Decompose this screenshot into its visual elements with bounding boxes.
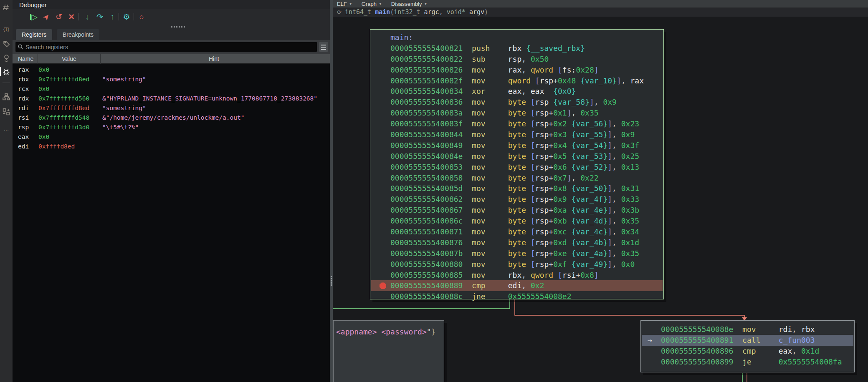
register-row-eax[interactable]: eax0x0 [13, 132, 330, 142]
address: 0000555555400867 [390, 206, 472, 214]
disasm-row-822[interactable]: 0000555555400822 sub rsp, 0x50 [370, 54, 663, 65]
register-row-rdx[interactable]: rdx0x7fffffffd560&"HYPRLAND_INSTANCE_SIG… [13, 94, 330, 103]
disasm-row-86c[interactable]: 000055555540086c mov byte [rsp+0xb {var_… [370, 216, 663, 226]
mnemonic: mov [472, 249, 508, 258]
disasm-row-87b[interactable]: 000055555540087b mov byte [rsp+0xe {var_… [370, 248, 663, 259]
register-hint: &"HYPRLAND_INSTANCE_SIGNATURE=unknown_17… [102, 94, 317, 103]
menu-disassembly[interactable]: Disassembly▼ [391, 1, 428, 7]
disasm-row-836[interactable]: 0000555555400836 mov byte [rsp {var_58}]… [370, 97, 663, 108]
address: 0000555555400896 [661, 347, 742, 355]
chevron-down-icon: ▼ [379, 2, 382, 6]
disasm-row-821[interactable]: 0000555555400821 push rbx {__saved_rbx} [370, 43, 663, 54]
tab-breakpoints[interactable]: Breakpoints [57, 29, 99, 40]
disasm-row-858[interactable]: 0000555555400858 mov byte [rsp+0x7], 0x2… [370, 173, 663, 183]
register-name: rdx [18, 94, 29, 103]
tag-icon[interactable] [0, 39, 13, 49]
more-icon[interactable]: … [0, 123, 13, 133]
hash-icon[interactable] [0, 2, 13, 12]
mnemonic: mov [472, 141, 508, 150]
types-icon[interactable]: {T} [0, 24, 13, 34]
mnemonic: mov [472, 130, 508, 139]
register-row-rsp[interactable]: rsp0x7fffffffd3d0"\t5#\t?%" [13, 123, 330, 132]
active-view-indicator [0, 67, 1, 76]
bug-icon[interactable] [0, 67, 13, 77]
swap-icon[interactable] [0, 107, 13, 117]
register-row-rsi[interactable]: rsi0x7fffffffd548&"/home/jeremy/crackmes… [13, 113, 330, 123]
list-options-button[interactable] [319, 42, 328, 52]
pane-drag-handle[interactable] [171, 26, 193, 28]
register-row-edi[interactable]: edi0xffffd8ed [13, 142, 330, 151]
mnemonic: mov [472, 206, 508, 214]
disasm-row-84e[interactable]: 000055555540084e mov byte [rsp+0x5 {var_… [370, 151, 663, 162]
disasm-row-83a[interactable]: 000055555540083a mov byte [rsp+0x1], 0x3… [370, 108, 663, 118]
toolbar-divider [134, 13, 134, 20]
restart-button[interactable]: ↺ [53, 11, 64, 22]
kill-button[interactable]: × [66, 11, 77, 22]
operands: rbx, qword [rsi+0x8] [508, 271, 599, 279]
breakpoint-icon[interactable] [380, 282, 386, 289]
org-chart-icon[interactable] [0, 92, 13, 102]
address: 000055555540083f [390, 119, 472, 128]
launch-button[interactable]: ➤ [41, 11, 52, 22]
register-row-rdi[interactable]: rdi0x7fffffffd8ed"somestring" [13, 103, 330, 113]
settings-button[interactable]: ⚙ [121, 11, 132, 22]
disasm-row-867[interactable]: 0000555555400867 mov byte [rsp+0xa {var_… [370, 205, 663, 216]
record-button[interactable]: ○ [136, 11, 147, 22]
disasm-row-871[interactable]: 0000555555400871 mov byte [rsp+0xc {var_… [370, 226, 663, 237]
operands: byte [rsp+0xd {var_4b}], 0x1d [508, 238, 639, 247]
disasm-row-891[interactable]: →0000555555400891 call c_fun003 [642, 335, 853, 346]
disasm-row-85d[interactable]: 000055555540085d mov byte [rsp+0x8 {var_… [370, 183, 663, 194]
function-signature-bar: ⟳ int64_t main(int32_t argc, void* argv) [333, 8, 868, 17]
disasm-row-876[interactable]: 0000555555400876 mov byte [rsp+0xd {var_… [370, 237, 663, 248]
step-into-button[interactable]: ↓ [82, 11, 93, 22]
disasm-row-834[interactable]: 0000555555400834 xor eax, eax {0x0} [370, 86, 663, 97]
block-label-row[interactable]: main: [370, 32, 663, 43]
search-row [13, 40, 330, 54]
search-box[interactable] [15, 42, 317, 52]
mnemonic: mov [472, 271, 508, 279]
tab-registers[interactable]: Registers [16, 29, 52, 40]
address: 0000555555400871 [390, 227, 472, 236]
disasm-row-83f[interactable]: 000055555540083f mov byte [rsp+0x2 {var_… [370, 118, 663, 129]
chevron-down-icon: ▼ [349, 2, 352, 6]
menu-graph[interactable]: Graph▼ [362, 1, 382, 7]
register-row-rax[interactable]: rax0x0 [13, 65, 330, 75]
disassembly-panel: ELF▼Graph▼Disassembly▼ ⟳ int64_t main(in… [333, 0, 868, 382]
disasm-row-885[interactable]: 0000555555400885 mov rbx, qword [rsi+0x8… [370, 270, 663, 281]
resume-button[interactable]: ▷ [28, 11, 39, 22]
graph-canvas[interactable]: main:0000555555400821 push rbx {__saved_… [333, 17, 868, 382]
disasm-row-862[interactable]: 0000555555400862 mov byte [rsp+0x9 {var_… [370, 194, 663, 205]
panel-title-bar: Debugger [13, 0, 330, 9]
panel-splitter[interactable] [330, 0, 333, 382]
disasm-row-844[interactable]: 0000555555400844 mov byte [rsp+0x3 {var_… [370, 129, 663, 140]
disasm-row-889[interactable]: 0000555555400889 cmp edi, 0x2 [371, 280, 663, 291]
step-return-button[interactable]: ↑ [107, 11, 118, 22]
basic-block-string[interactable]: <appname> <password>"} [333, 320, 444, 382]
disasm-row-88c[interactable]: 000055555540088c jne 0x5555554008e2 [370, 291, 663, 302]
register-name: rsi [18, 113, 29, 123]
disasm-row-88e[interactable]: 000055555540088e mov rdi, rbx [641, 324, 854, 335]
disasm-row-896[interactable]: 0000555555400896 cmp eax, 0x1d [641, 346, 854, 357]
disasm-row-826[interactable]: 0000555555400826 mov rax, qword [fs:0x28… [370, 65, 663, 75]
disasm-row-82f[interactable]: 000055555540082f mov qword [rsp+0x48 {va… [370, 75, 663, 86]
step-over-button[interactable]: ↷ [94, 11, 105, 22]
mnemonic: call [742, 336, 779, 344]
disasm-row-849[interactable]: 0000555555400849 mov byte [rsp+0x4 {var_… [370, 140, 663, 151]
disasm-row-880[interactable]: 0000555555400880 mov byte [rsp+0xf {var_… [370, 259, 663, 270]
pin-icon[interactable] [0, 53, 13, 63]
disasm-row-899[interactable]: 0000555555400899 je 0x5555554008fa [641, 357, 854, 367]
current-instruction-arrow: → [648, 335, 652, 346]
operands: rax, qword [fs:0x28] [508, 65, 599, 74]
mnemonic: jne [472, 292, 508, 301]
register-row-rcx[interactable]: rcx0x0 [13, 84, 330, 94]
register-row-rbx[interactable]: rbx0x7fffffffd8ed"somestring" [13, 75, 330, 84]
search-input[interactable] [25, 43, 314, 51]
register-table-header: Name Value Hint [13, 54, 330, 64]
mnemonic: mov [472, 76, 508, 85]
basic-block-call[interactable]: 000055555540088e mov rdi, rbx→0000555555… [640, 320, 855, 372]
basic-block-main[interactable]: main:0000555555400821 push rbx {__saved_… [370, 29, 664, 299]
disasm-row-853[interactable]: 0000555555400853 mov byte [rsp+0x6 {var_… [370, 162, 663, 173]
menu-elf[interactable]: ELF▼ [337, 1, 352, 7]
refresh-icon: ⟳ [337, 9, 342, 15]
mnemonic: mov [472, 227, 508, 236]
